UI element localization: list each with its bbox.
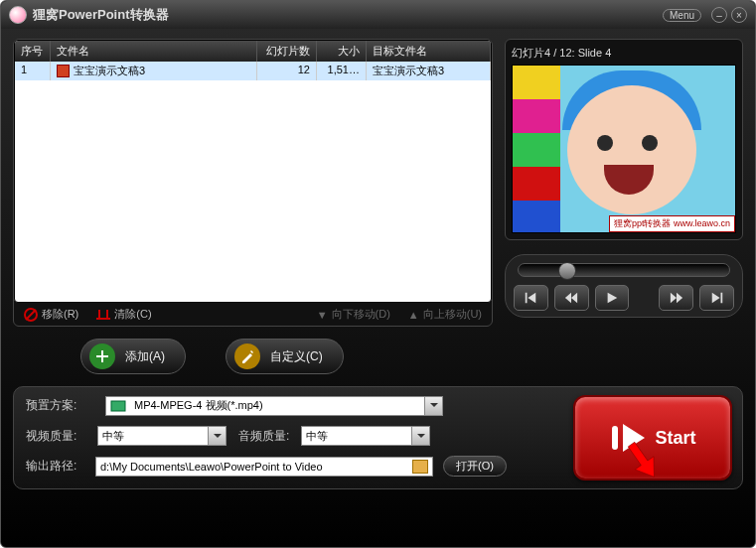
custom-icon [234,343,260,369]
cell-size: 1,51… [317,62,367,80]
open-button[interactable]: 打开(O) [443,456,507,477]
col-target[interactable]: 目标文件名 [367,41,491,62]
col-index[interactable]: 序号 [15,41,51,62]
play-button[interactable] [595,285,630,311]
app-window: 狸窝PowerPoint转换器 Menu – × 序号 文件名 幻灯片数 大小 … [0,0,756,548]
cell-target: 宝宝演示文稿3 [367,62,491,80]
svg-rect-0 [111,401,125,411]
audio-quality-combo[interactable]: 中等 [301,426,430,446]
cell-filename-text: 宝宝演示文稿3 [74,64,145,78]
col-slides[interactable]: 幻灯片数 [257,41,317,62]
player-controls [505,254,743,318]
preview-panel: 幻灯片4 / 12: Slide 4 狸窝ppt转换器 www.leawo.cn [505,39,743,327]
start-button[interactable]: Start [573,395,732,480]
output-path-field[interactable]: d:\My Documents\Leawo\PowerPoint to Vide… [95,457,433,477]
preview-frame: 幻灯片4 / 12: Slide 4 狸窝ppt转换器 www.leawo.cn [505,39,743,240]
audio-quality-value: 中等 [302,429,411,444]
col-filename[interactable]: 文件名 [51,41,257,62]
dropdown-icon[interactable] [208,427,226,445]
audio-quality-label: 音频质量: [238,428,289,445]
output-path-label: 输出路径: [26,458,85,475]
seek-bar[interactable] [518,263,730,277]
seek-thumb[interactable] [558,262,576,280]
dropdown-icon[interactable] [411,427,429,445]
app-title: 狸窝PowerPoint转换器 [33,6,169,24]
settings-panel: 预置方案: MP4-MPEG-4 视频(*.mp4) 设置(S) 视频质量: 中… [13,386,743,489]
mid-buttons: 添加(A) 自定义(C) [1,331,755,380]
arrow-down-icon: ▼ [317,309,328,321]
arrow-up-icon: ▲ [408,309,419,321]
preview-image: 狸窝ppt转换器 www.leawo.cn [512,65,736,233]
file-table: 序号 文件名 幻灯片数 大小 目标文件名 1 宝宝演示文稿3 12 1,51… … [14,40,492,303]
clear-button[interactable]: 清除(C) [96,307,151,322]
titlebar: 狸窝PowerPoint转换器 Menu – × [1,1,755,29]
ppt-file-icon [57,65,70,77]
add-button[interactable]: 添加(A) [80,339,186,374]
dropdown-icon[interactable] [424,397,442,415]
profile-combo[interactable]: MP4-MPEG-4 视频(*.mp4) [105,396,443,416]
custom-button[interactable]: 自定义(C) [226,339,344,374]
profile-label: 预置方案: [26,397,95,414]
next-button[interactable] [659,285,693,311]
table-header: 序号 文件名 幻灯片数 大小 目标文件名 [15,41,491,62]
last-button[interactable] [699,285,734,311]
remove-icon [24,308,38,322]
video-quality-label: 视频质量: [26,428,85,445]
move-down-button[interactable]: ▼ 向下移动(D) [317,307,390,322]
clear-icon [96,310,110,320]
table-row[interactable]: 1 宝宝演示文稿3 12 1,51… 宝宝演示文稿3 [15,62,491,80]
profile-value: MP4-MPEG-4 视频(*.mp4) [130,398,424,413]
minimize-button[interactable]: – [711,7,727,23]
app-logo-icon [9,6,27,24]
list-toolbar: 移除(R) 清除(C) ▼ 向下移动(D) ▲ 向上移动(U) [14,303,492,326]
watermark: 狸窝ppt转换器 www.leawo.cn [609,215,735,232]
pointer-arrow-icon [623,441,692,510]
add-icon [89,343,115,369]
col-size[interactable]: 大小 [317,41,367,62]
file-list-panel: 序号 文件名 幻灯片数 大小 目标文件名 1 宝宝演示文稿3 12 1,51… … [13,39,493,327]
cell-filename: 宝宝演示文稿3 [51,62,257,80]
svg-rect-1 [612,426,618,450]
menu-button[interactable]: Menu [663,9,701,22]
output-path-value: d:\My Documents\Leawo\PowerPoint to Vide… [96,461,408,473]
move-up-button[interactable]: ▲ 向上移动(U) [408,307,482,322]
video-quality-value: 中等 [98,429,208,444]
folder-icon[interactable] [412,460,428,474]
preview-label: 幻灯片4 / 12: Slide 4 [512,46,736,65]
video-quality-combo[interactable]: 中等 [97,426,227,446]
cell-index: 1 [15,62,51,80]
first-button[interactable] [514,285,548,311]
mp4-icon [110,398,126,414]
cell-slides: 12 [257,62,317,80]
close-button[interactable]: × [731,7,747,23]
prev-button[interactable] [554,285,589,311]
remove-button[interactable]: 移除(R) [24,307,78,322]
